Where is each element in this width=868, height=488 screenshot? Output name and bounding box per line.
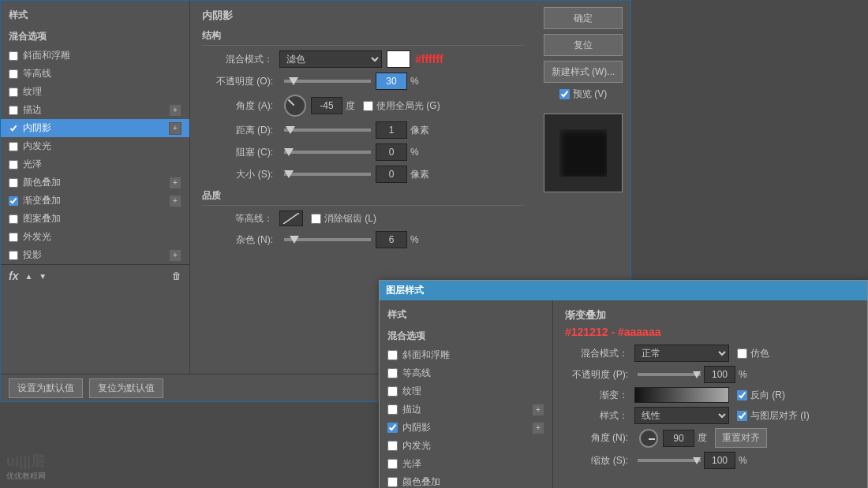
gradient-swatch[interactable] [634, 387, 729, 403]
style-item-gradient-overlay[interactable]: 渐变叠加 + [1, 192, 189, 210]
drop-shadow-add-button[interactable]: + [169, 249, 181, 262]
color-overlay-checkbox[interactable] [9, 178, 18, 188]
second-scale-slider[interactable] [638, 459, 701, 462]
second-inner-shadow-checkbox[interactable] [387, 423, 398, 433]
style-item-inner-shadow[interactable]: 内阴影 + [1, 119, 189, 137]
second-bevel-checkbox[interactable] [387, 350, 398, 360]
fx-down-arrow[interactable]: ▼ [39, 272, 47, 281]
align-layers-label[interactable]: 与图层对齐 (I) [737, 409, 810, 423]
size-slider[interactable] [284, 173, 371, 176]
opacity-slider[interactable] [284, 80, 371, 83]
style-item-contour[interactable]: 等高线 [1, 65, 189, 83]
style-item-pattern-overlay[interactable]: 图案叠加 [1, 210, 189, 228]
preview-checkbox[interactable] [559, 89, 570, 99]
second-inner-glow-checkbox[interactable] [387, 441, 398, 451]
style-item-satin[interactable]: 光泽 [1, 155, 189, 173]
choke-input[interactable] [376, 143, 407, 161]
fx-up-arrow[interactable]: ▲ [24, 272, 32, 281]
style-item-stroke[interactable]: 描边 + [1, 101, 189, 119]
set-default-button[interactable]: 设置为默认值 [9, 378, 83, 398]
second-blend-select[interactable]: 正常 滤色 [634, 345, 729, 362]
contour-thumbnail[interactable] [279, 210, 303, 226]
second-style-contour[interactable]: 等高线 [380, 364, 552, 382]
second-angle-dial[interactable] [639, 429, 658, 448]
global-light-checkbox[interactable] [363, 101, 373, 111]
second-style-inner-glow[interactable]: 内发光 [380, 437, 552, 455]
confirm-button[interactable]: 确定 [544, 7, 623, 29]
style-item-inner-glow[interactable]: 内发光 [1, 137, 189, 155]
reset-button[interactable]: 复位 [544, 34, 623, 56]
style-item-texture[interactable]: 纹理 [1, 83, 189, 101]
style-item-color-overlay[interactable]: 颜色叠加 + [1, 173, 189, 192]
angle-input[interactable] [311, 97, 342, 114]
satin-checkbox[interactable] [9, 160, 18, 169]
angle-dial[interactable] [284, 95, 306, 117]
fx-trash-icon[interactable]: 🗑 [172, 270, 181, 281]
reverse-label[interactable]: 反向 (R) [737, 389, 785, 402]
inner-shadow-checkbox[interactable] [9, 124, 18, 133]
preview-label[interactable]: 预览 (V) [559, 88, 607, 101]
choke-slider[interactable] [284, 151, 371, 154]
second-scale-input[interactable] [704, 452, 735, 469]
style-item-drop-shadow[interactable]: 投影 + [1, 246, 189, 264]
contour-svg [283, 213, 299, 224]
anti-alias-label[interactable]: 消除锯齿 (L) [311, 212, 376, 225]
watermark: ui|||层 优优教程网 [6, 452, 46, 482]
bevel-checkbox[interactable] [9, 51, 18, 61]
style-item-bevel[interactable]: 斜面和浮雕 [1, 47, 189, 65]
second-color-overlay-label: 颜色叠加 [402, 475, 440, 488]
distance-input[interactable] [376, 121, 407, 139]
second-inner-shadow-add-button[interactable]: + [532, 422, 544, 434]
second-style-satin[interactable]: 光泽 [380, 455, 552, 473]
second-style-color-overlay[interactable]: 颜色叠加 [380, 473, 552, 488]
second-style-texture[interactable]: 纹理 [380, 382, 552, 400]
second-angle-input[interactable] [663, 430, 694, 447]
second-style-inner-shadow[interactable]: 内阴影 + [380, 419, 552, 437]
blend-mode-select[interactable]: 滤色 正常 溶解 [279, 50, 382, 68]
stroke-add-button[interactable]: + [169, 104, 181, 117]
reset-default-button[interactable]: 复位为默认值 [89, 378, 163, 398]
gradient-overlay-add-button[interactable]: + [169, 195, 181, 207]
dither-checkbox[interactable] [737, 348, 747, 359]
second-angle-label: 角度 (N): [565, 431, 628, 445]
anti-alias-checkbox[interactable] [311, 214, 321, 224]
pattern-overlay-checkbox[interactable] [9, 214, 18, 224]
second-style-bevel[interactable]: 斜面和浮雕 [380, 346, 552, 364]
preview-inner [559, 129, 607, 177]
gradient-overlay-checkbox[interactable] [9, 196, 18, 206]
second-opacity-input[interactable] [704, 366, 735, 383]
color-swatch[interactable] [387, 50, 410, 68]
second-stroke-checkbox[interactable] [387, 404, 398, 415]
second-texture-checkbox[interactable] [387, 386, 398, 397]
angle-row: 角度 (A): 度 使用全局光 (G) [202, 95, 524, 117]
second-contour-checkbox[interactable] [387, 368, 398, 378]
second-satin-checkbox[interactable] [387, 459, 398, 469]
noise-slider[interactable] [284, 238, 371, 241]
new-style-button[interactable]: 新建样式 (W)... [544, 61, 623, 83]
opacity-slider-thumb [289, 77, 298, 85]
style-item-outer-glow[interactable]: 外发光 [1, 228, 189, 246]
distance-slider[interactable] [284, 129, 371, 132]
inner-shadow-add-button[interactable]: + [169, 122, 181, 135]
noise-input[interactable] [376, 231, 407, 248]
opacity-input[interactable] [376, 73, 407, 90]
size-input[interactable] [376, 166, 407, 183]
second-color-overlay-checkbox[interactable] [387, 477, 398, 487]
global-light-label[interactable]: 使用全局光 (G) [363, 99, 440, 113]
stroke-checkbox[interactable] [9, 106, 18, 115]
dither-label[interactable]: 仿色 [737, 347, 769, 360]
choke-row: 阻塞 (C): % [202, 143, 524, 161]
drop-shadow-checkbox[interactable] [9, 251, 18, 260]
second-style-select[interactable]: 线性 径向 [634, 407, 729, 424]
second-style-stroke[interactable]: 描边 + [380, 400, 552, 419]
reset-align-button[interactable]: 重置对齐 [715, 428, 767, 448]
second-opacity-slider[interactable] [638, 373, 701, 376]
inner-glow-checkbox[interactable] [9, 142, 18, 151]
contour-checkbox[interactable] [9, 69, 18, 79]
outer-glow-checkbox[interactable] [9, 233, 18, 242]
color-overlay-add-button[interactable]: + [169, 177, 181, 189]
second-stroke-add-button[interactable]: + [532, 404, 544, 416]
texture-checkbox[interactable] [9, 88, 18, 97]
reverse-checkbox[interactable] [737, 390, 747, 400]
align-layers-checkbox[interactable] [737, 411, 747, 421]
